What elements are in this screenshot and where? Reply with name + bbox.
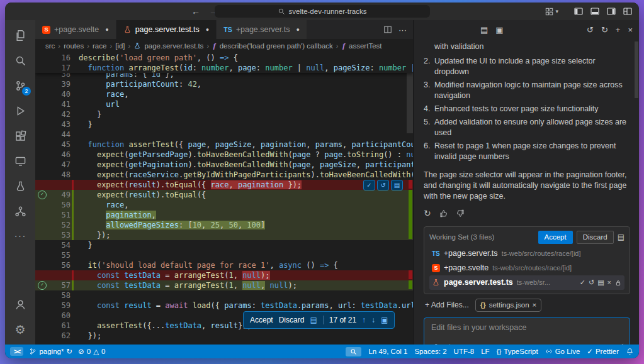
toggle-sidebar-icon[interactable] bbox=[573, 6, 584, 16]
panel-scrollbar[interactable] bbox=[635, 41, 638, 98]
redo-edit-icon[interactable]: ↻ bbox=[601, 25, 608, 35]
line-number[interactable]: 41 bbox=[49, 100, 71, 109]
line-number[interactable]: 43 bbox=[49, 120, 71, 129]
tab-page-svelte[interactable]: S +page.svelte ● bbox=[35, 20, 116, 39]
open-session-icon[interactable]: ▤ bbox=[480, 25, 488, 35]
line-number[interactable]: 45 bbox=[49, 140, 71, 149]
back-icon[interactable]: ← bbox=[191, 6, 200, 16]
line-number[interactable]: 54 bbox=[49, 241, 71, 250]
code-line[interactable]: 56 it('should load default page for race… bbox=[35, 260, 413, 270]
code-line[interactable]: 59 const result = await load({ params: t… bbox=[35, 301, 413, 311]
code-line[interactable]: 17 function arrangeTest(id: number, page… bbox=[35, 63, 413, 73]
view-changes-icon[interactable]: ▤ bbox=[618, 232, 624, 243]
breadcrumb-item[interactable]: assertTest bbox=[349, 42, 381, 50]
code-line[interactable]: 54 } bbox=[35, 240, 413, 250]
problems-status[interactable]: ⊘ 0 △ 0 bbox=[78, 347, 105, 356]
accept-button[interactable]: Accept bbox=[250, 316, 273, 324]
breadcrumb-item[interactable]: src bbox=[45, 42, 55, 50]
code-line[interactable]: 53 }); bbox=[35, 230, 413, 240]
accept-change-icon[interactable]: ✓ bbox=[363, 180, 375, 190]
breadcrumb-item[interactable]: race bbox=[93, 42, 106, 50]
code-line[interactable]: ✓57 const testData = arrangeTest(1, null… bbox=[35, 280, 413, 290]
extensions-icon[interactable] bbox=[5, 123, 35, 148]
indentation-status[interactable]: Spaces: 2 bbox=[414, 348, 446, 355]
line-number[interactable]: 38 bbox=[49, 73, 71, 79]
line-number[interactable]: 55 bbox=[49, 251, 71, 260]
working-set-file[interactable]: TS+page.server.tsts-web/src/routes/race/… bbox=[429, 246, 624, 261]
explorer-icon[interactable] bbox=[5, 23, 35, 48]
customize-layout-icon[interactable] bbox=[623, 6, 633, 16]
split-editor-icon[interactable] bbox=[383, 25, 392, 34]
line-number[interactable]: 57 bbox=[49, 281, 71, 290]
encoding-status[interactable]: UTF-8 bbox=[454, 348, 475, 355]
open-editor-icon[interactable]: ▣ bbox=[381, 316, 388, 324]
line-number[interactable]: 53 bbox=[49, 231, 71, 240]
breadcrumb-item[interactable]: routes bbox=[64, 42, 84, 50]
remove-file-icon[interactable]: × bbox=[607, 277, 611, 288]
line-number[interactable]: 59 bbox=[49, 301, 71, 310]
line-number[interactable]: 42 bbox=[49, 110, 71, 119]
code-line[interactable]: const testData = arrangeTest(1, null); bbox=[35, 270, 413, 280]
line-number[interactable]: 52 bbox=[49, 221, 71, 229]
open-file-icon[interactable]: ▤ bbox=[597, 277, 604, 288]
org-chart-icon[interactable] bbox=[5, 199, 35, 224]
code-line[interactable]: expect(result).toEqual({ race, paginatio… bbox=[35, 180, 413, 190]
accounts-icon[interactable] bbox=[5, 292, 35, 317]
line-number[interactable]: 49 bbox=[49, 190, 71, 199]
accept-all-button[interactable]: Accept bbox=[538, 231, 573, 244]
test-pass-icon[interactable]: ✓ bbox=[38, 281, 47, 290]
line-number[interactable]: 46 bbox=[49, 150, 71, 159]
breadcrumb-item[interactable]: page.server.test.ts bbox=[144, 42, 203, 50]
code-line[interactable]: ✓49 expect(result).toEqual({ bbox=[35, 190, 413, 200]
eol-status[interactable]: LF bbox=[481, 348, 489, 355]
code-line[interactable]: 45 function assertTest({ page, pageSize,… bbox=[35, 140, 413, 150]
line-number[interactable]: 51 bbox=[49, 211, 71, 219]
git-branch-status[interactable]: paging* ↻ bbox=[29, 347, 72, 356]
cursor-position[interactable]: Ln 49, Col 1 bbox=[368, 348, 407, 355]
gutter[interactable]: ✓ bbox=[35, 281, 49, 290]
line-number[interactable]: 39 bbox=[49, 80, 71, 89]
prettier-status[interactable]: ✓ Prettier bbox=[587, 347, 619, 356]
code-line[interactable]: 52 allowedPageSizes: [10, 25, 50, 100] bbox=[35, 220, 413, 230]
modified-dot-icon[interactable]: ● bbox=[297, 26, 300, 33]
settings-gear-icon[interactable]: ⚙ bbox=[5, 317, 35, 342]
go-live-button[interactable]: Go Live bbox=[545, 348, 580, 355]
code-line[interactable]: 46 expect(getParsedPage).toHaveBeenCalle… bbox=[35, 150, 413, 160]
sync-icon[interactable]: ↻ bbox=[66, 347, 72, 356]
code-line[interactable]: 41 url bbox=[35, 99, 413, 109]
discard-button[interactable]: Discard bbox=[279, 316, 305, 324]
breadcrumb-item[interactable]: describe('load green path') callback bbox=[220, 42, 333, 50]
code-line[interactable]: 40 race, bbox=[35, 89, 413, 99]
code-line[interactable]: 58 bbox=[35, 290, 413, 301]
line-number[interactable]: 60 bbox=[49, 311, 71, 320]
thumbs-up-icon[interactable] bbox=[439, 209, 448, 218]
working-set-file[interactable]: S+page.sveltets-web/src/routes/race/[id] bbox=[429, 261, 624, 275]
breadcrumb-item[interactable]: [id] bbox=[115, 42, 125, 50]
chat-input[interactable] bbox=[430, 323, 626, 333]
code-line[interactable]: 43 } bbox=[35, 119, 413, 130]
remove-chip-icon[interactable]: × bbox=[533, 300, 537, 311]
more-views-icon[interactable]: ··· bbox=[5, 224, 35, 249]
code-line[interactable]: 51 pagination, bbox=[35, 210, 413, 220]
run-debug-icon[interactable] bbox=[5, 98, 35, 123]
code-line[interactable]: 47 expect(getPagination).toHaveBeenCalle… bbox=[35, 160, 413, 170]
toggle-secondary-sidebar-icon[interactable] bbox=[606, 6, 616, 16]
discard-change-icon[interactable]: ↺ bbox=[377, 180, 389, 190]
profile-menu[interactable]: ▾ bbox=[545, 3, 558, 20]
remote-indicator[interactable]: >< bbox=[10, 347, 23, 356]
code-line[interactable]: 62 }); bbox=[35, 331, 413, 341]
line-number[interactable]: 56 bbox=[49, 261, 71, 270]
test-pass-icon[interactable]: ✓ bbox=[38, 190, 47, 199]
split-view-icon[interactable]: ▣ bbox=[495, 25, 503, 35]
code-line[interactable]: 44 bbox=[35, 130, 413, 140]
line-number[interactable]: 16 bbox=[49, 53, 71, 62]
toggle-panel-icon[interactable] bbox=[590, 6, 600, 16]
modified-dot-icon[interactable]: ● bbox=[206, 26, 209, 33]
code-line[interactable]: 38 params: { id }, bbox=[35, 73, 413, 79]
line-number[interactable]: 61 bbox=[49, 321, 71, 330]
prev-change-icon[interactable]: ↑ bbox=[362, 316, 366, 324]
line-number[interactable]: 48 bbox=[49, 170, 71, 179]
modified-dot-icon[interactable]: ● bbox=[105, 26, 108, 33]
source-control-icon[interactable]: 2 bbox=[5, 73, 35, 98]
code-line[interactable]: 39 participantCount: 42, bbox=[35, 79, 413, 89]
